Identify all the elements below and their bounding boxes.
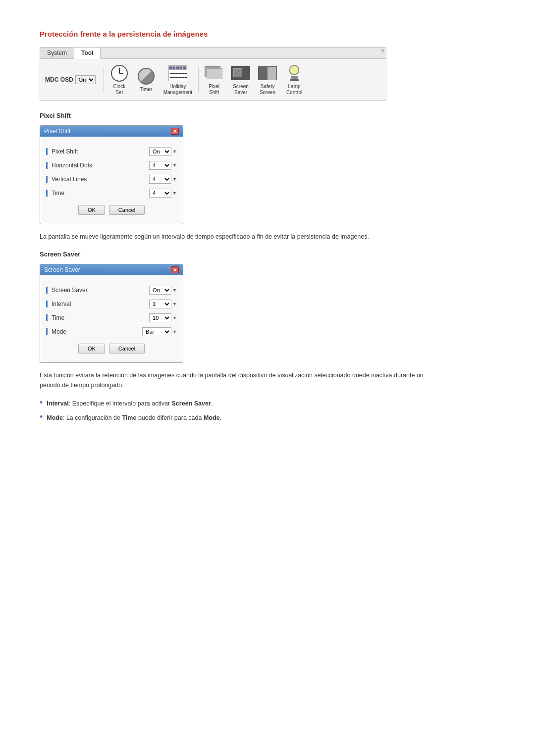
toolbar-item-clock-set[interactable]: ClockSet xyxy=(107,62,132,98)
holiday-management-label: HolidayManagement xyxy=(163,84,192,96)
screen-saver-select-0[interactable]: OnOff xyxy=(149,286,171,295)
toolbar-item-pixel-shift[interactable]: PixelShift xyxy=(202,62,226,98)
screen-saver-select-1[interactable]: 123 xyxy=(149,300,171,308)
toolbar-item-screen-saver[interactable]: ✓ ScreenSaver xyxy=(228,62,253,98)
screen-saver-dialog-footer: OK Cancel xyxy=(46,339,177,358)
mdc-osd-select[interactable]: On Off xyxy=(75,75,96,84)
pixel-shift-row-label-text-1: Horizontal Dots xyxy=(52,162,92,169)
tab-tool[interactable]: Tool xyxy=(74,48,101,59)
pixel-shift-dialog-titlebar: Pixel Shift ✕ xyxy=(40,126,183,137)
screen-saver-label-text-0: Screen Saver xyxy=(52,287,88,294)
toolbar-body: MDC OSD On Off ClockSet Timer xyxy=(40,59,386,101)
screen-saver-dialog-body: Screen Saver OnOff ▼ Interval 123 ▼ xyxy=(40,275,183,362)
screen-saver-row-0: Screen Saver OnOff ▼ xyxy=(46,283,177,297)
mode-highlight: Mode xyxy=(204,414,220,421)
safety-screen-icon: ✓ xyxy=(258,64,277,83)
toolbar-item-timer[interactable]: Timer xyxy=(134,65,159,95)
lamp-control-label: LampControl xyxy=(286,84,302,96)
screen-saver-control-0: OnOff ▼ xyxy=(149,286,177,295)
lamp-shape xyxy=(287,65,301,82)
pixel-shift-control-3: 4321 ▼ xyxy=(149,189,177,198)
toolbar-item-holiday[interactable]: ▦▦▦▦▦ ▬▬▬▬▬▬▬▬▬▬▬▬▬▬▬▬▬▬ HolidayManageme… xyxy=(160,62,195,98)
screen-saver-row-label-1: Interval xyxy=(46,301,149,307)
screen-saver-icon: ✓ xyxy=(231,64,250,83)
holiday-management-icon: ▦▦▦▦▦ ▬▬▬▬▬▬▬▬▬▬▬▬▬▬▬▬▬▬ xyxy=(168,64,187,83)
page-title: Protección frente a la persistencia de i… xyxy=(40,30,495,38)
screen-saver-row-label-0: Screen Saver xyxy=(46,287,149,294)
row-bar-1 xyxy=(46,162,48,169)
screen-saver-row-1: Interval 123 ▼ xyxy=(46,297,177,311)
screen-saver-highlight-1: Screen Saver xyxy=(172,400,211,407)
pixel-shift-select-0[interactable]: OnOff xyxy=(149,147,171,156)
interval-bold: Interval xyxy=(47,400,68,407)
pixel-shift-select-3[interactable]: 4321 xyxy=(149,189,171,198)
pixel-shift-section-header: Pixel Shift xyxy=(40,112,495,119)
screen-saver-select-3[interactable]: BarEraserPixel xyxy=(142,327,171,336)
screen-saver-label-text-2: Time xyxy=(52,314,64,321)
pixel-shift-label-3: Time xyxy=(46,190,149,197)
row-bar-2 xyxy=(46,176,48,183)
pixel-shift-label-1: Horizontal Dots xyxy=(46,162,149,169)
pixel-shift-dialog: Pixel Shift ✕ Pixel Shift OnOff ▼ Horizo… xyxy=(40,125,183,224)
screen-saver-dialog: Screen Saver ✕ Screen Saver OnOff ▼ Inte… xyxy=(40,264,183,363)
screen-saver-select-2[interactable]: 102030 xyxy=(149,313,171,322)
screen-saver-close-button[interactable]: ✕ xyxy=(171,266,179,273)
pixel-shift-row-label-text-2: Vertical Lines xyxy=(52,176,87,183)
screen-saver-control-1: 123 ▼ xyxy=(149,300,177,308)
screen-saver-row-2: Time 102030 ▼ xyxy=(46,311,177,325)
safety-screen-label: SafetyScreen xyxy=(260,84,275,96)
pixel-shift-select-2[interactable]: 4321 xyxy=(149,175,171,184)
pixel-shift-close-button[interactable]: ✕ xyxy=(171,128,179,135)
screen-saver-control-3: BarEraserPixel ▼ xyxy=(142,327,177,336)
screen-saver-dialog-titlebar: Screen Saver ✕ xyxy=(40,264,183,275)
pixel-shift-dialog-footer: OK Cancel xyxy=(46,200,177,220)
toolbar-separator-1 xyxy=(104,67,104,92)
time-highlight: Time xyxy=(122,414,136,421)
screen-saver-row-3: Mode BarEraserPixel ▼ xyxy=(46,325,177,339)
pixel-shift-row-1: Horizontal Dots 4321 ▼ xyxy=(46,158,177,172)
timer-label: Timer xyxy=(140,87,152,93)
clock-icon-shape xyxy=(111,65,128,82)
pixel-shift-cancel-button[interactable]: Cancel xyxy=(109,205,145,215)
screen-saver-label-text-3: Mode xyxy=(52,328,66,335)
bullet-dot-2: • xyxy=(40,412,43,421)
pixel-shift-ok-button[interactable]: OK xyxy=(78,205,105,215)
pixel-shift-icon xyxy=(205,64,223,83)
toolbar-tabs: System Tool xyxy=(40,48,386,59)
screen-saver-cancel-button[interactable]: Cancel xyxy=(109,344,145,353)
ss-row-bar-0 xyxy=(46,287,48,294)
pixel-shift-control-1: 4321 ▼ xyxy=(149,161,177,170)
timer-icon xyxy=(137,67,156,86)
tab-system[interactable]: System xyxy=(40,48,74,58)
lamp-control-icon xyxy=(285,64,304,83)
pixel-shift-row-label-text-0: Pixel Shift xyxy=(52,148,78,155)
pixel-shift-label-0: Pixel Shift xyxy=(46,148,149,155)
screen-saver-control-2: 102030 ▼ xyxy=(149,313,177,322)
pixel-shift-row-3: Time 4321 ▼ xyxy=(46,186,177,200)
screen-saver-row-label-2: Time xyxy=(46,314,149,321)
screen-saver-description: Esta función evitará la retención de las… xyxy=(40,371,436,390)
bullet-dot-1: • xyxy=(40,398,43,407)
screen-saver-ok-button[interactable]: OK xyxy=(78,344,105,353)
pixel-shift-dialog-title: Pixel Shift xyxy=(44,128,70,135)
pixel-shift-label: PixelShift xyxy=(209,84,219,96)
screen-saver-label-text-1: Interval xyxy=(52,301,71,307)
pixel-shift-select-1[interactable]: 4321 xyxy=(149,161,171,170)
pixel-shift-row-0: Pixel Shift OnOff ▼ xyxy=(46,145,177,158)
pixel-shift-row-2: Vertical Lines 4321 ▼ xyxy=(46,172,177,186)
help-icon[interactable]: ? xyxy=(381,49,384,54)
mode-bold: Mode xyxy=(47,414,63,421)
toolbar-item-safety-screen[interactable]: ✓ SafetyScreen xyxy=(255,62,280,98)
bullet-text-mode: Mode: La configuración de Time puede dif… xyxy=(47,413,221,423)
clock-set-label: ClockSet xyxy=(113,84,125,96)
toolbar-tabs-row: System Tool ? xyxy=(40,48,386,59)
pixel-shift-control-2: 4321 ▼ xyxy=(149,175,177,184)
screen-saver-bullets: • Interval: Especifique el intervalo par… xyxy=(40,399,436,423)
ss-row-bar-2 xyxy=(46,314,48,321)
bullet-item-mode: • Mode: La configuración de Time puede d… xyxy=(40,413,436,423)
pixel-shift-dialog-body: Pixel Shift OnOff ▼ Horizontal Dots 4321… xyxy=(40,137,183,224)
mdc-osd-control: MDC OSD On Off xyxy=(45,75,96,84)
pixel-shift-control-0: OnOff ▼ xyxy=(149,147,177,156)
toolbar-item-lamp-control[interactable]: LampControl xyxy=(282,62,307,98)
bullet-item-interval: • Interval: Especifique el intervalo par… xyxy=(40,399,436,408)
